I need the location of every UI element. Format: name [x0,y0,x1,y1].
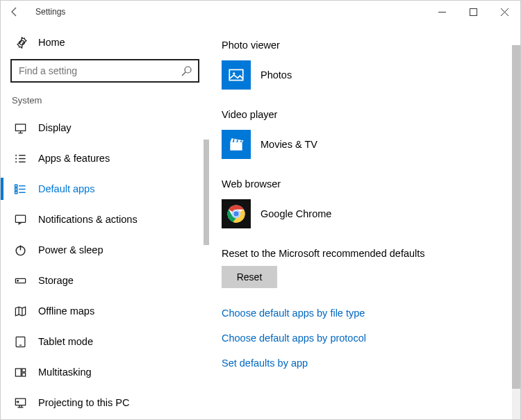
svg-rect-19 [15,215,25,222]
svg-rect-16 [15,185,17,187]
app-name: Photos [260,69,292,81]
minimize-button[interactable] [427,1,458,22]
svg-point-12 [15,161,16,162]
sidebar-item-display[interactable]: Display [1,112,209,143]
svg-rect-32 [229,69,243,80]
svg-point-11 [15,158,16,159]
sidebar-scrollbar-thumb[interactable] [204,140,209,245]
movies-tv-icon [222,130,251,159]
web-browser-heading: Web browser [222,178,509,190]
sidebar-scrollbar[interactable] [204,140,209,419]
svg-line-36 [237,140,238,142]
monitor-icon [13,121,27,135]
home-label: Home [38,37,65,48]
svg-rect-4 [15,124,25,131]
sidebar-item-apps-features[interactable]: Apps & features [1,143,209,174]
web-browser-app[interactable]: Google Chrome [222,198,509,230]
map-icon [13,304,27,318]
svg-line-3 [182,72,185,76]
reset-button[interactable]: Reset [222,266,277,288]
svg-rect-29 [22,368,25,371]
sidebar-item-offline-maps[interactable]: Offline maps [1,296,209,326]
window-scrollbar[interactable] [512,45,520,419]
svg-rect-30 [22,373,25,376]
link-by-app[interactable]: Set defaults by app [222,358,509,369]
svg-line-37 [241,141,242,142]
sidebar-item-power-sleep[interactable]: Power & sleep [1,235,209,265]
window-scrollbar-thumb[interactable] [512,45,520,389]
photo-viewer-app[interactable]: Photos [222,59,509,91]
sidebar-item-tablet-mode[interactable]: Tablet mode [1,326,209,357]
power-icon [13,243,27,257]
sidebar-item-label: Power & sleep [38,244,104,255]
sidebar-item-label: Default apps [38,183,94,194]
sidebar-item-label: Apps & features [38,153,110,164]
svg-point-10 [15,155,16,156]
maximize-button[interactable] [458,1,489,22]
chrome-icon [222,199,251,228]
photos-icon [222,60,251,90]
svg-point-40 [233,211,240,217]
sidebar-item-notifications[interactable]: Notifications & actions [1,204,209,235]
sidebar-item-label: Display [38,122,72,133]
svg-rect-28 [15,368,21,376]
storage-icon [13,274,27,287]
back-button[interactable] [6,3,23,20]
video-player-app[interactable]: Movies & TV [222,128,509,160]
link-by-protocol[interactable]: Choose default apps by protocol [222,333,509,344]
sidebar-item-label: Offline maps [38,305,94,317]
svg-rect-34 [230,142,242,151]
svg-rect-1 [470,8,477,15]
sidebar-item-storage[interactable]: Storage [1,265,209,296]
app-name: Google Chrome [260,208,331,219]
sidebar-item-label: Tablet mode [38,336,93,347]
sidebar-item-label: Storage [38,275,74,286]
svg-line-35 [233,139,234,142]
sidebar-item-label: Notifications & actions [38,214,138,225]
svg-point-23 [17,280,18,281]
sidebar-item-label: Projecting to this PC [38,397,129,408]
tablet-icon [13,335,27,348]
sidebar-item-label: Multitasking [38,367,92,378]
sidebar: Home System Display Apps & features [1,23,209,419]
photo-viewer-heading: Photo viewer [222,40,509,51]
search-input[interactable] [10,59,199,83]
close-button[interactable] [489,1,520,22]
list-icon [13,151,27,165]
search-icon [181,65,192,76]
app-name: Movies & TV [260,139,317,150]
reset-heading: Reset to the Microsoft recommended defau… [222,248,509,259]
sidebar-item-default-apps[interactable]: Default apps [1,174,209,204]
sidebar-group-label: System [1,95,209,106]
titlebar: Settings [1,1,520,23]
sidebar-item-projecting[interactable]: Projecting to this PC [1,387,209,418]
video-player-heading: Video player [222,109,509,120]
gear-icon [15,35,28,49]
svg-rect-17 [15,187,17,190]
sidebar-item-multitasking[interactable]: Multitasking [1,357,209,387]
link-by-file-type[interactable]: Choose default apps by file type [222,308,509,319]
multitasking-icon [13,365,27,379]
nav-home[interactable]: Home [1,31,209,59]
main-content: Photo viewer Photos Video player Movies … [209,23,520,419]
default-apps-icon [13,182,27,196]
window-title: Settings [35,7,65,17]
notifications-icon [13,212,27,226]
svg-point-2 [185,67,191,73]
svg-rect-18 [15,191,17,193]
projecting-icon [13,396,27,410]
